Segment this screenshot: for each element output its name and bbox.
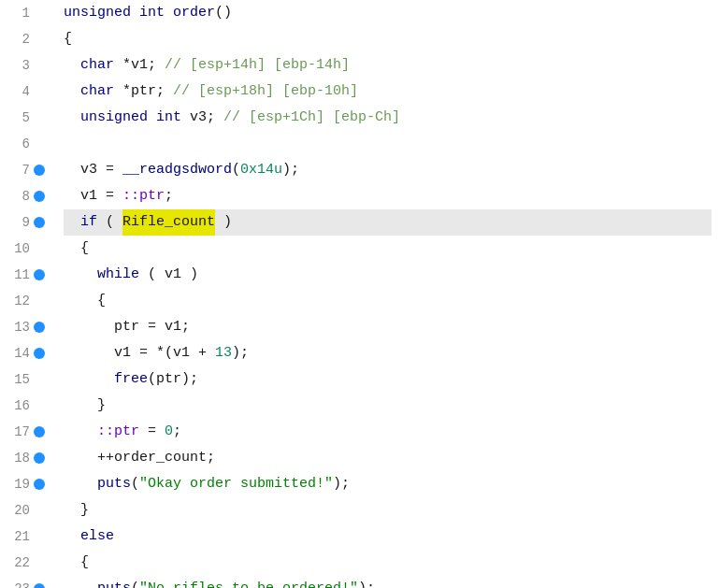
token-indent-20: [64, 497, 80, 523]
breakpoint-9[interactable]: [34, 217, 45, 228]
gutter-row-14: 14: [4, 340, 45, 366]
token-num-14: 13: [215, 340, 232, 366]
token-end-17: ;: [173, 419, 181, 445]
token-indent-23: [64, 576, 97, 588]
token-int-1: int: [139, 0, 173, 26]
token-brace-2: {: [64, 26, 72, 52]
token-space-3: *v1;: [114, 52, 165, 79]
bp-placeholder-22: [34, 557, 45, 568]
line-number-4: 4: [4, 79, 30, 105]
token-func-15: free: [114, 366, 148, 393]
breakpoint-19[interactable]: [34, 479, 45, 490]
token-indent-14: [64, 340, 114, 366]
code-line-9: if ( Rifle_count ): [64, 209, 712, 236]
token-char-3: char: [80, 52, 114, 79]
code-line-19: puts("Okay order submitted!");: [64, 471, 712, 497]
gutter: 1 2 3 4 5 6 7: [0, 0, 49, 588]
breakpoint-23[interactable]: [34, 583, 45, 588]
token-space-5a: [148, 105, 156, 131]
breakpoint-14[interactable]: [34, 348, 45, 359]
token-func-1: order: [173, 0, 215, 26]
line-number-16: 16: [4, 393, 30, 419]
gutter-row-22: 22: [4, 550, 45, 576]
token-ptr-13: ptr = v1;: [114, 314, 190, 340]
breakpoint-11[interactable]: [34, 269, 45, 280]
token-indent-11: [64, 262, 97, 288]
gutter-row-8: 8: [4, 183, 45, 209]
bp-placeholder-4: [34, 86, 45, 97]
code-line-15: free(ptr);: [64, 366, 712, 393]
token-paren-1: (): [215, 0, 232, 26]
token-indent-9: [64, 209, 80, 236]
line-number-20: 20: [4, 497, 30, 523]
code-line-3: char *v1; // [esp+14h] [ebp-14h]: [64, 52, 712, 79]
code-line-8: v1 = ::ptr;: [64, 183, 712, 209]
token-indent-12: [64, 288, 97, 314]
token-indent-19: [64, 471, 97, 497]
gutter-row-15: 15: [4, 366, 45, 393]
token-indent-5: [64, 105, 80, 131]
code-line-6: [64, 131, 712, 157]
gutter-row-1: 1: [4, 0, 45, 26]
token-space-9: (: [97, 209, 122, 236]
token-brace-12: {: [97, 288, 106, 314]
code-line-14: v1 = *(v1 + 13);: [64, 340, 712, 366]
line-number-9: 9: [4, 209, 30, 236]
code-line-4: char *ptr; // [esp+18h] [ebp-10h]: [64, 79, 712, 105]
breakpoint-7[interactable]: [34, 165, 45, 176]
line-number-15: 15: [4, 366, 30, 393]
gutter-row-13: 13: [4, 314, 45, 340]
gutter-row-3: 3: [4, 52, 45, 79]
line-number-21: 21: [4, 523, 30, 550]
gutter-row-20: 20: [4, 497, 45, 523]
bp-placeholder-10: [34, 243, 45, 254]
token-colonptr-17: ::ptr: [97, 419, 139, 445]
token-inc-18: ++order_count;: [97, 445, 215, 471]
token-end-23: );: [358, 576, 375, 588]
bp-placeholder-5: [34, 112, 45, 123]
token-indent-21: [64, 523, 80, 550]
token-indent-13: [64, 314, 114, 340]
token-indent-22: [64, 550, 80, 576]
bp-placeholder-2: [34, 34, 45, 45]
token-num-17: 0: [165, 419, 173, 445]
token-indent-15: [64, 366, 114, 393]
token-char-4: char: [80, 79, 114, 105]
token-v1-14: v1 = *(v1 +: [114, 340, 215, 366]
token-end-9: ): [215, 209, 232, 236]
gutter-row-21: 21: [4, 523, 45, 550]
line-number-3: 3: [4, 52, 30, 79]
code-line-22: {: [64, 550, 712, 576]
gutter-row-2: 2: [4, 26, 45, 52]
code-line-17: ::ptr = 0;: [64, 419, 712, 445]
line-number-10: 10: [4, 236, 30, 262]
gutter-row-18: 18: [4, 445, 45, 471]
code-line-2: {: [64, 26, 712, 52]
line-number-2: 2: [4, 26, 30, 52]
line-number-13: 13: [4, 314, 30, 340]
token-indent-16: [64, 393, 97, 419]
token-brace-10: {: [80, 236, 89, 262]
token-func-19: puts: [97, 471, 131, 497]
token-indent-10: [64, 236, 80, 262]
token-num-7: 0x14u: [240, 157, 282, 183]
breakpoint-18[interactable]: [34, 452, 45, 464]
bp-placeholder-15: [34, 374, 45, 385]
bp-placeholder-6: [34, 138, 45, 150]
code-line-7: v3 = __readgsdword(0x14u);: [64, 157, 712, 183]
bp-placeholder-20: [34, 505, 45, 516]
breakpoint-13[interactable]: [34, 322, 45, 333]
token-brace-20: }: [80, 497, 89, 523]
token-paren-23: (: [131, 576, 139, 588]
token-unsigned-5: unsigned: [80, 105, 148, 131]
gutter-row-23: 23: [4, 576, 45, 588]
line-number-19: 19: [4, 471, 30, 497]
token-indent-3: [64, 52, 80, 79]
token-end-8: ;: [165, 183, 173, 209]
breakpoint-8[interactable]: [34, 191, 45, 202]
token-unsigned-1: unsigned: [64, 0, 139, 26]
bp-placeholder-1: [34, 7, 45, 19]
breakpoint-17[interactable]: [34, 426, 45, 437]
token-comment-4: // [esp+18h] [ebp-10h]: [173, 79, 358, 105]
token-colonptr-8: ::ptr: [122, 183, 165, 209]
